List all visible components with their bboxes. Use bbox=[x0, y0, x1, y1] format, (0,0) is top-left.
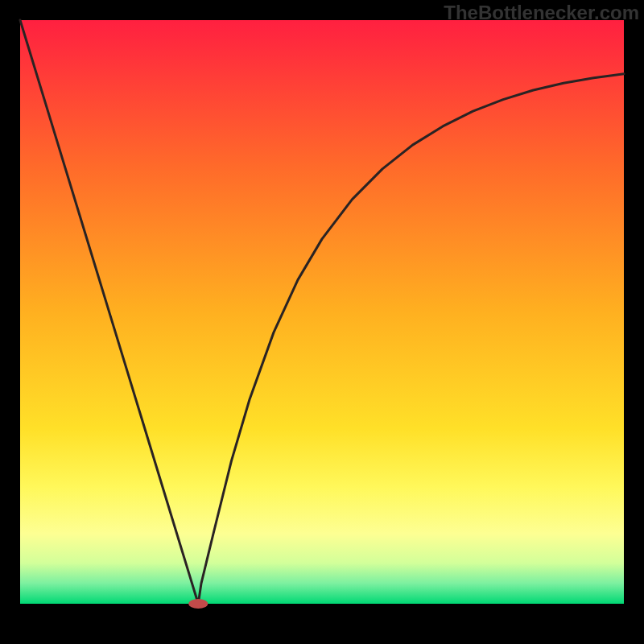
chart-container: TheBottlenecker.com bbox=[0, 0, 644, 644]
minimum-marker bbox=[188, 599, 208, 609]
watermark-label: TheBottlenecker.com bbox=[444, 2, 639, 24]
chart-background bbox=[20, 20, 624, 604]
bottleneck-chart bbox=[0, 0, 644, 644]
